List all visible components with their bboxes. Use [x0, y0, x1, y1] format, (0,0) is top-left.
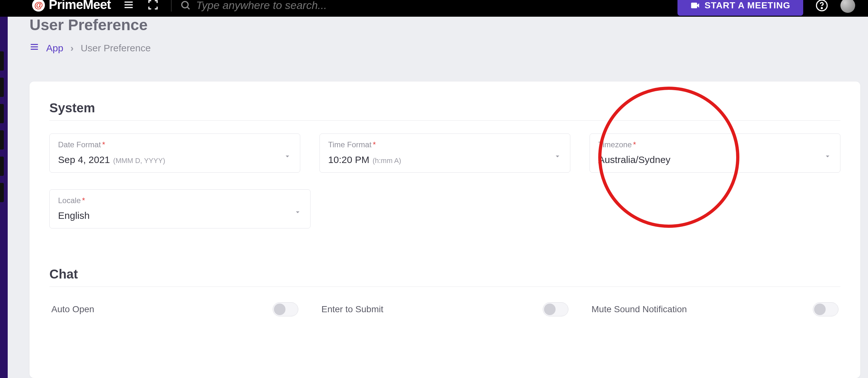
- chevron-down-icon: [553, 152, 562, 162]
- sidebar-nub[interactable]: [0, 156, 4, 176]
- brand-badge-icon: @: [32, 0, 45, 11]
- page-head: User Preference App › User Preference: [30, 16, 855, 54]
- mute-sound-toggle-item: Mute Sound Notification: [590, 300, 840, 319]
- divider: [50, 120, 840, 121]
- brand-label: PrimeMeet: [49, 0, 111, 12]
- locale-label: Locale: [58, 196, 81, 205]
- time-format-hint: (h:mm A): [372, 156, 401, 165]
- menu-icon[interactable]: [122, 0, 135, 11]
- chat-toggle-row: Auto Open Enter to Submit Mute Sound Not…: [50, 300, 840, 319]
- fullscreen-icon[interactable]: [147, 0, 159, 11]
- time-format-value: 10:20 PM: [328, 154, 369, 165]
- chevron-down-icon: [293, 208, 302, 217]
- topbar: @ PrimeMeet START A MEETING: [0, 0, 868, 17]
- chevron-right-icon: ›: [70, 43, 73, 54]
- date-format-value: Sep 4, 2021: [58, 154, 110, 165]
- svg-point-6: [821, 8, 822, 9]
- required-mark: *: [633, 140, 636, 149]
- chevron-down-icon: [283, 152, 291, 162]
- date-format-select[interactable]: Date Format* Sep 4, 2021 (MMM D, YYYY): [50, 134, 300, 173]
- auto-open-toggle-item: Auto Open: [50, 300, 300, 319]
- video-icon: [690, 1, 700, 10]
- auto-open-toggle[interactable]: [273, 302, 298, 316]
- locale-select[interactable]: Locale* English: [50, 189, 310, 229]
- breadcrumb-root[interactable]: App: [46, 43, 63, 54]
- page-title: User Preference: [30, 16, 855, 34]
- svg-line-4: [188, 7, 190, 9]
- sidebar-nub[interactable]: [0, 78, 4, 97]
- global-search: [171, 0, 666, 11]
- date-format-label: Date Format: [58, 140, 101, 149]
- section-title-chat: Chat: [50, 267, 840, 282]
- timezone-select[interactable]: Timezone* Australia/Sydney: [590, 134, 840, 173]
- section-title-system: System: [50, 101, 840, 115]
- search-icon: [180, 0, 191, 10]
- svg-point-3: [182, 2, 188, 8]
- enter-submit-toggle[interactable]: [543, 302, 568, 316]
- sidebar-nub[interactable]: [0, 51, 4, 70]
- locale-value: English: [58, 210, 90, 221]
- avatar[interactable]: [840, 0, 855, 13]
- sidebar-strip: [0, 0, 8, 378]
- timezone-label: Timezone: [598, 140, 631, 149]
- start-meeting-button[interactable]: START A MEETING: [678, 0, 803, 16]
- date-format-hint: (MMM D, YYYY): [113, 156, 165, 165]
- divider: [50, 287, 840, 287]
- required-mark: *: [102, 140, 105, 149]
- time-format-label: Time Format: [328, 140, 371, 149]
- timezone-value: Australia/Sydney: [598, 154, 671, 165]
- breadcrumb: App › User Preference: [30, 42, 855, 54]
- sidebar-nub[interactable]: [0, 130, 4, 149]
- start-meeting-label: START A MEETING: [705, 0, 790, 10]
- sidebar-nub[interactable]: [0, 104, 4, 123]
- mute-sound-label: Mute Sound Notification: [591, 304, 687, 315]
- required-mark: *: [82, 196, 85, 205]
- auto-open-label: Auto Open: [51, 304, 94, 315]
- sidebar-nub[interactable]: [0, 183, 4, 202]
- enter-submit-label: Enter to Submit: [321, 304, 383, 315]
- system-row-1: Date Format* Sep 4, 2021 (MMM D, YYYY) T…: [50, 134, 840, 173]
- breadcrumb-current: User Preference: [81, 43, 150, 54]
- system-row-2: Locale* English: [50, 189, 840, 229]
- mute-sound-toggle[interactable]: [813, 302, 838, 316]
- chevron-down-icon: [824, 152, 832, 162]
- brand: @ PrimeMeet: [32, 0, 111, 12]
- required-mark: *: [373, 140, 376, 149]
- search-input[interactable]: [196, 0, 421, 11]
- time-format-select[interactable]: Time Format* 10:20 PM (h:mm A): [319, 134, 570, 173]
- enter-submit-toggle-item: Enter to Submit: [319, 300, 570, 319]
- help-icon[interactable]: [815, 0, 829, 12]
- breadcrumb-menu-icon[interactable]: [30, 42, 39, 54]
- settings-card: System Date Format* Sep 4, 2021 (MMM D, …: [30, 82, 860, 378]
